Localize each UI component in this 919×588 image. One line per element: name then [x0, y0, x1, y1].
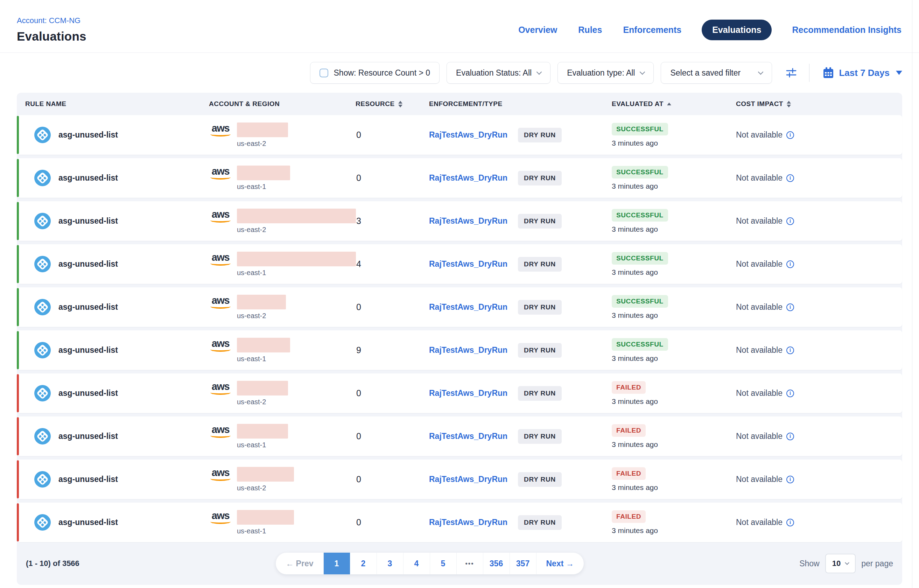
- sort-icon[interactable]: [787, 101, 791, 107]
- saved-filter-dropdown[interactable]: Select a saved filter: [661, 62, 772, 84]
- info-icon[interactable]: [787, 304, 794, 311]
- tab-rules[interactable]: Rules: [577, 21, 602, 39]
- enforcement-link[interactable]: RajTestAws_DryRun: [429, 346, 507, 355]
- page-button-4[interactable]: 4: [404, 552, 430, 574]
- info-icon[interactable]: [787, 476, 794, 483]
- column-header-rule-name: RULE NAME: [25, 100, 209, 108]
- page-button-3[interactable]: 3: [377, 552, 404, 574]
- tab-overview[interactable]: Overview: [518, 21, 558, 39]
- aws-swoosh: [210, 433, 231, 438]
- page-button-1[interactable]: 1: [324, 552, 350, 574]
- enforcement-link[interactable]: RajTestAws_DryRun: [429, 431, 507, 441]
- aws-swoosh: [210, 519, 231, 524]
- run-type-cell: DRY RUN: [518, 214, 612, 229]
- enforcement-link[interactable]: RajTestAws_DryRun: [429, 475, 507, 484]
- evaluated-time: 3 minutes ago: [612, 268, 658, 276]
- enforcement-link[interactable]: RajTestAws_DryRun: [429, 302, 507, 312]
- next-page-button[interactable]: Next →: [536, 552, 584, 574]
- region-label: us-east-2: [237, 398, 288, 406]
- page-button-356[interactable]: 356: [483, 552, 510, 574]
- region-label: us-east-2: [237, 226, 356, 234]
- page-ellipsis[interactable]: •••: [457, 552, 483, 574]
- tab-enforcements[interactable]: Enforcements: [622, 21, 682, 39]
- info-icon[interactable]: [787, 389, 794, 397]
- chevron-down-icon: [640, 69, 645, 74]
- table-row[interactable]: asg-unused-list aws us-east-1 4 RajTestA…: [17, 244, 902, 284]
- aws-logo-icon: aws: [209, 381, 232, 395]
- enforcement-cell: RajTestAws_DryRun: [429, 173, 518, 183]
- cost-impact-cell: Not available: [736, 173, 902, 183]
- resource-count-checkbox[interactable]: [320, 69, 328, 78]
- table-row[interactable]: asg-unused-list aws us-east-1 0 RajTestA…: [17, 417, 902, 456]
- enforcement-link[interactable]: RajTestAws_DryRun: [429, 173, 507, 183]
- resource-cell: 0: [355, 388, 429, 398]
- run-type-cell: DRY RUN: [518, 257, 612, 271]
- rule-name: asg-unused-list: [58, 259, 118, 269]
- tab-evaluations[interactable]: Evaluations: [702, 19, 772, 40]
- info-icon[interactable]: [787, 260, 794, 268]
- rule-icon: [34, 170, 51, 186]
- resource-count: 0: [355, 302, 361, 312]
- table-row[interactable]: asg-unused-list aws us-east-2 3 RajTestA…: [17, 201, 902, 241]
- table-row[interactable]: asg-unused-list aws us-east-2 0 RajTestA…: [17, 460, 902, 499]
- aws-logo-icon: aws: [209, 252, 232, 266]
- page-button-2[interactable]: 2: [350, 552, 377, 574]
- account-breadcrumb[interactable]: Account: CCM-NG: [17, 16, 81, 25]
- table-row[interactable]: asg-unused-list aws us-east-2 0 RajTestA…: [17, 288, 902, 327]
- table-row[interactable]: asg-unused-list aws us-east-1 9 RajTestA…: [17, 330, 902, 370]
- evaluation-type-dropdown[interactable]: Evaluation type: All: [557, 62, 654, 84]
- enforcement-link[interactable]: RajTestAws_DryRun: [429, 130, 507, 139]
- run-type-badge: DRY RUN: [518, 429, 562, 444]
- cost-impact-cell: Not available: [736, 389, 902, 398]
- enforcement-link[interactable]: RajTestAws_DryRun: [429, 259, 507, 268]
- column-label: ACCOUNT & REGION: [209, 100, 279, 108]
- account-region-cell: aws us-east-1: [209, 252, 355, 277]
- enforcement-cell: RajTestAws_DryRun: [429, 431, 518, 441]
- table-row[interactable]: asg-unused-list aws us-east-2 0 RajTestA…: [17, 115, 902, 155]
- status-accent-bar: [17, 460, 19, 498]
- column-header-cost-impact[interactable]: COST IMPACT: [736, 100, 902, 108]
- account-region-cell: aws us-east-2: [209, 295, 355, 320]
- page-size-select[interactable]: 10: [825, 554, 856, 573]
- sort-asc-icon[interactable]: [667, 103, 671, 105]
- info-icon[interactable]: [787, 131, 794, 139]
- cost-impact-value: Not available: [736, 173, 783, 183]
- sort-icon[interactable]: [398, 101, 402, 107]
- table-row[interactable]: asg-unused-list aws us-east-2 0 RajTestA…: [17, 373, 902, 413]
- info-icon[interactable]: [787, 347, 794, 354]
- run-type-badge: DRY RUN: [518, 472, 562, 487]
- run-type-badge: DRY RUN: [518, 300, 562, 315]
- tab-recommendation-insights[interactable]: Recommendation Insights: [791, 21, 902, 39]
- info-icon[interactable]: [787, 433, 794, 440]
- column-header-evaluated-at[interactable]: EVALUATED AT: [612, 100, 736, 108]
- prev-page-button[interactable]: ← Prev: [276, 552, 323, 574]
- info-icon[interactable]: [787, 519, 794, 527]
- evaluated-at-cell: SUCCESSFUL 3 minutes ago: [612, 209, 736, 233]
- date-range-picker[interactable]: Last 7 Days: [823, 67, 902, 79]
- account-name-redacted: [237, 295, 286, 309]
- table-row[interactable]: asg-unused-list aws us-east-1 0 RajTestA…: [17, 502, 902, 542]
- enforcement-link[interactable]: RajTestAws_DryRun: [429, 518, 507, 527]
- page-button-5[interactable]: 5: [430, 552, 457, 574]
- run-type-cell: DRY RUN: [518, 171, 612, 186]
- status-accent-bar: [17, 417, 19, 456]
- page-header: Account: CCM-NG Evaluations OverviewRule…: [0, 0, 919, 44]
- evaluated-at-cell: FAILED 3 minutes ago: [612, 510, 736, 535]
- filter-settings-button[interactable]: [785, 67, 797, 78]
- region-label: us-east-1: [237, 269, 356, 277]
- page-button-357[interactable]: 357: [510, 552, 536, 574]
- resource-count-filter[interactable]: Show: Resource Count > 0: [310, 62, 440, 84]
- evaluation-status-dropdown[interactable]: Evaluation Status: All: [447, 62, 551, 84]
- column-header-resource[interactable]: RESOURCE: [355, 100, 429, 108]
- region-label: us-east-2: [237, 312, 286, 320]
- info-icon[interactable]: [787, 174, 794, 182]
- table-row[interactable]: asg-unused-list aws us-east-1 0 RajTestA…: [17, 158, 902, 198]
- enforcement-link[interactable]: RajTestAws_DryRun: [429, 216, 507, 225]
- run-type-cell: DRY RUN: [518, 472, 612, 487]
- enforcement-cell: RajTestAws_DryRun: [429, 216, 518, 226]
- run-type-cell: DRY RUN: [518, 429, 612, 444]
- info-icon[interactable]: [787, 217, 794, 225]
- date-range-label: Last 7 Days: [839, 68, 890, 78]
- enforcement-link[interactable]: RajTestAws_DryRun: [429, 389, 507, 397]
- evaluated-at-cell: SUCCESSFUL 3 minutes ago: [612, 123, 736, 147]
